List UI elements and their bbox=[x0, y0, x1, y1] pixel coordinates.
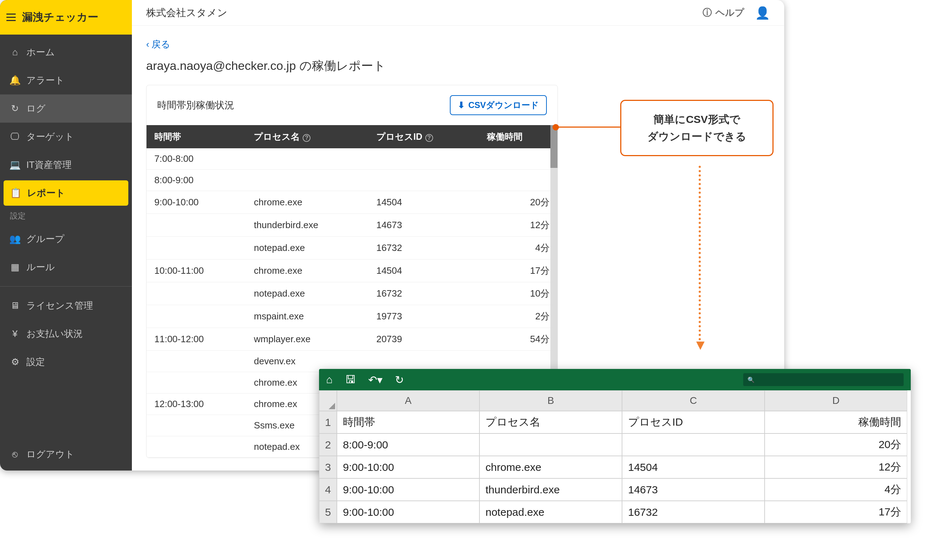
excel-cell-a[interactable]: 9:00-10:00 bbox=[337, 456, 480, 478]
excel-window: ⌂ 🖫 ↶▾ ↻ 🔍 ABCD1時間帯プロセス名プロセスID稼働時間28:00-… bbox=[319, 369, 911, 523]
callout-box: 簡単にCSV形式で ダウンロードできる bbox=[620, 100, 774, 156]
sidebar-item-payment[interactable]: ¥お支払い状況 bbox=[0, 320, 132, 348]
sidebar-item-assets[interactable]: 💻IT資産管理 bbox=[0, 151, 132, 179]
card-title: 時間帯別稼働状況 bbox=[157, 99, 234, 112]
excel-cell-b[interactable]: notepad.exe bbox=[480, 501, 622, 523]
sidebar-item-license[interactable]: 🖥ライセンス管理 bbox=[0, 292, 132, 320]
sidebar-item-settings[interactable]: ⚙設定 bbox=[0, 348, 132, 376]
excel-cell-a[interactable]: 9:00-10:00 bbox=[337, 478, 480, 501]
menu-icon[interactable] bbox=[6, 14, 16, 21]
card-header: 時間帯別稼働状況 ⬇CSVダウンロード bbox=[146, 85, 558, 125]
callout-dot bbox=[552, 124, 559, 131]
grid-icon: ▦ bbox=[10, 262, 20, 272]
arrow-head-icon: ▼ bbox=[693, 337, 707, 353]
excel-cell-a[interactable]: 9:00-10:00 bbox=[337, 501, 480, 523]
sidebar-item-report[interactable]: 📋レポート bbox=[3, 180, 128, 206]
excel-cell-c[interactable]: 14673 bbox=[622, 478, 764, 501]
company-name: 株式会社スタメン bbox=[146, 6, 703, 20]
arrow-dotted bbox=[699, 166, 701, 340]
excel-cell-d[interactable]: 17分 bbox=[764, 501, 907, 523]
sidebar-item-alert[interactable]: 🔔アラート bbox=[0, 66, 132, 94]
home-icon: ⌂ bbox=[10, 48, 20, 57]
page-title: araya.naoya@checker.co.jp の稼働レポート bbox=[146, 58, 770, 74]
excel-cell-c[interactable] bbox=[622, 434, 764, 456]
excel-col-header[interactable]: C bbox=[622, 390, 764, 411]
col-duration: 稼働時間 bbox=[479, 125, 558, 148]
download-icon: ⬇ bbox=[458, 100, 465, 110]
excel-home-icon[interactable]: ⌂ bbox=[326, 374, 332, 386]
undo-icon[interactable]: ↶▾ bbox=[368, 374, 383, 386]
group-icon: 👥 bbox=[10, 234, 20, 244]
excel-cell-b[interactable]: thunderbird.exe bbox=[480, 478, 622, 501]
excel-cell-c[interactable]: プロセスID bbox=[622, 411, 764, 434]
display-icon: 🖥 bbox=[10, 301, 20, 311]
excel-cell-c[interactable]: 16732 bbox=[622, 501, 764, 523]
brand-title: 漏洩チェッカー bbox=[22, 10, 98, 25]
excel-cell-d[interactable]: 12分 bbox=[764, 456, 907, 478]
nav: ⌂ホーム 🔔アラート ↻ログ 🖵ターゲット 💻IT資産管理 📋レポート 設定 👥… bbox=[0, 35, 132, 438]
sidebar: 漏洩チェッカー ⌂ホーム 🔔アラート ↻ログ 🖵ターゲット 💻IT資産管理 📋レ… bbox=[0, 0, 132, 471]
csv-download-button[interactable]: ⬇CSVダウンロード bbox=[450, 95, 547, 115]
help-circle-icon[interactable]: ? bbox=[303, 134, 311, 142]
nav-section-label: 設定 bbox=[0, 207, 132, 225]
excel-row-number[interactable]: 3 bbox=[319, 456, 337, 478]
topbar-actions: ⓘヘルプ 👤 bbox=[703, 6, 770, 20]
excel-cell-b[interactable]: chrome.exe bbox=[480, 456, 622, 478]
logout-icon: ⎋ bbox=[10, 449, 20, 460]
excel-cell-d[interactable]: 稼働時間 bbox=[764, 411, 907, 434]
col-process: プロセス名? bbox=[246, 125, 368, 148]
excel-toolbar: ⌂ 🖫 ↶▾ ↻ 🔍 bbox=[319, 369, 911, 390]
history-icon: ↻ bbox=[10, 104, 20, 114]
table-row: 8:00-9:00 bbox=[146, 170, 558, 191]
help-button[interactable]: ⓘヘルプ bbox=[703, 6, 744, 19]
table-row: 7:00-8:00 bbox=[146, 148, 558, 170]
sidebar-item-rule[interactable]: ▦ルール bbox=[0, 253, 132, 281]
clipboard-icon: 📋 bbox=[11, 188, 21, 198]
search-icon: 🔍 bbox=[747, 377, 755, 383]
col-pid: プロセスID? bbox=[369, 125, 479, 148]
save-icon[interactable]: 🖫 bbox=[345, 374, 356, 386]
excel-cell-c[interactable]: 14504 bbox=[622, 456, 764, 478]
table-row: thunderbird.exe1467312分 bbox=[146, 214, 558, 237]
table-row: 9:00-10:00chrome.exe1450420分 bbox=[146, 191, 558, 214]
excel-grid: ABCD1時間帯プロセス名プロセスID稼働時間28:00-9:0020分39:0… bbox=[319, 390, 911, 523]
table-row: 10:00-11:00chrome.exe1450417分 bbox=[146, 260, 558, 282]
excel-col-header[interactable]: D bbox=[764, 390, 907, 411]
help-icon: ⓘ bbox=[703, 6, 712, 19]
back-link[interactable]: ‹戻る bbox=[146, 38, 171, 51]
excel-col-header[interactable]: A bbox=[337, 390, 480, 411]
excel-row-number[interactable]: 4 bbox=[319, 478, 337, 501]
excel-col-header[interactable]: B bbox=[480, 390, 622, 411]
topbar: 株式会社スタメン ⓘヘルプ 👤 bbox=[132, 0, 784, 26]
excel-cell-d[interactable]: 4分 bbox=[764, 478, 907, 501]
laptop-icon: 💻 bbox=[10, 160, 20, 170]
excel-row-number[interactable]: 1 bbox=[319, 411, 337, 434]
excel-cell-d[interactable]: 20分 bbox=[764, 434, 907, 456]
excel-cell-b[interactable]: プロセス名 bbox=[480, 411, 622, 434]
table-row: notepad.exe1673210分 bbox=[146, 282, 558, 305]
excel-row-number[interactable]: 5 bbox=[319, 501, 337, 523]
monitor-icon: 🖵 bbox=[10, 132, 20, 142]
sidebar-item-home[interactable]: ⌂ホーム bbox=[0, 38, 132, 66]
excel-cell-b[interactable] bbox=[480, 434, 622, 456]
excel-corner[interactable] bbox=[319, 390, 337, 411]
sidebar-item-log[interactable]: ↻ログ bbox=[0, 94, 132, 123]
logout-button[interactable]: ⎋ログアウト bbox=[0, 438, 132, 471]
excel-cell-a[interactable]: 8:00-9:00 bbox=[337, 434, 480, 456]
sidebar-item-group[interactable]: 👥グループ bbox=[0, 225, 132, 253]
refresh-icon[interactable]: ↻ bbox=[395, 374, 404, 386]
help-circle-icon[interactable]: ? bbox=[425, 134, 433, 142]
gear-icon: ⚙ bbox=[10, 357, 20, 367]
sidebar-item-target[interactable]: 🖵ターゲット bbox=[0, 123, 132, 151]
brand-header: 漏洩チェッカー bbox=[0, 0, 132, 35]
callout-connector bbox=[556, 126, 620, 128]
col-time: 時間帯 bbox=[146, 125, 246, 148]
bell-icon: 🔔 bbox=[10, 75, 20, 86]
excel-row-number[interactable]: 2 bbox=[319, 434, 337, 456]
table-row: 11:00-12:00wmplayer.exe2073954分 bbox=[146, 328, 558, 351]
table-row: notepad.exe167324分 bbox=[146, 237, 558, 260]
user-icon[interactable]: 👤 bbox=[755, 6, 770, 20]
excel-cell-a[interactable]: 時間帯 bbox=[337, 411, 480, 434]
scroll-thumb[interactable] bbox=[551, 125, 558, 168]
excel-search[interactable]: 🔍 bbox=[743, 373, 904, 386]
